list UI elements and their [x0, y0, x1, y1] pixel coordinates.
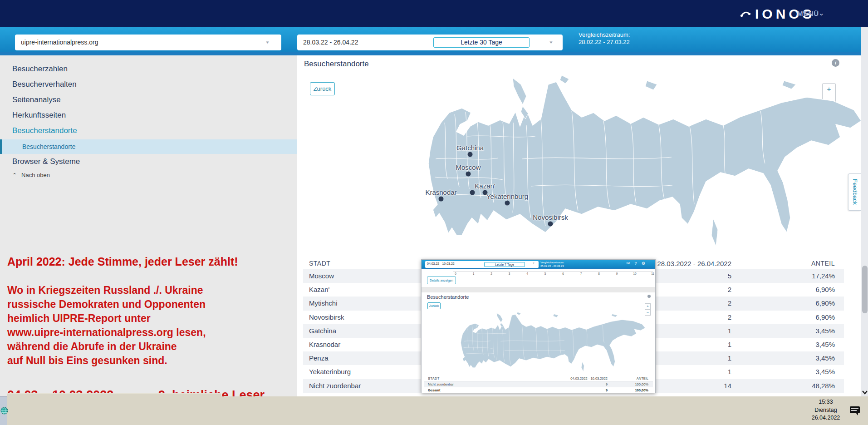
- annotation-line: russische Demokraten und Opponenten: [7, 297, 293, 311]
- back-to-top[interactable]: ⌃Nach oben: [12, 172, 50, 178]
- date-range-panel[interactable]: 28.03.22 - 26.04.22 Letzte 30 Tage ▼: [297, 35, 563, 50]
- axis-tick: 11: [651, 272, 654, 275]
- mini-date-value: 04.03.22 - 10.03.22: [427, 262, 455, 265]
- city-dot: [439, 197, 444, 202]
- axis-tick: 3: [509, 272, 510, 275]
- city-label: Gatchina: [456, 144, 484, 152]
- axis-tick: 8: [598, 272, 600, 275]
- mini-filter-bar: 04.03.22 - 10.03.22 Letzte 7 Tage ▼ Verg…: [422, 260, 655, 269]
- city-dot: [468, 152, 473, 157]
- city-label: Kazan': [475, 182, 495, 190]
- annotation-line: Wo in Kriegszeiten Russland ./. Ukraine: [7, 283, 293, 297]
- page-title: Besucherstandorte: [304, 59, 369, 69]
- sidebar-item-besucherzahlen[interactable]: Besucherzahlen: [0, 61, 297, 77]
- date-preset-box[interactable]: Letzte 30 Tage: [433, 37, 530, 48]
- chevron-up-icon: ⌃: [12, 172, 17, 178]
- mini-divider: [422, 287, 655, 292]
- mini-caret-icon: ▼: [532, 262, 535, 264]
- cell-share: 3,45%: [815, 341, 835, 348]
- date-range-value: 28.03.22 - 26.04.22: [303, 35, 358, 50]
- mini-details-button: Details anzeigen: [427, 277, 456, 284]
- filter-bar: uipre-internationalpress.org ▼ 28.03.22 …: [0, 27, 868, 55]
- city-label: Krasnodar: [425, 188, 456, 196]
- city-dot: [466, 172, 471, 177]
- comparison-label: Vergleichszeitraum:: [579, 31, 630, 39]
- mini-map: [439, 310, 647, 375]
- domain-caret-icon: ▼: [265, 37, 270, 48]
- column-period: 28.03.2022 - 26.04.2022: [657, 260, 731, 267]
- scrollbar-thumb[interactable]: [862, 266, 868, 313]
- cell-share: 6,90%: [815, 299, 835, 307]
- city-label: Moscow: [456, 163, 481, 171]
- cell-city: Gatchina: [309, 327, 336, 335]
- cell-share: 3,45%: [815, 368, 835, 376]
- mini-toolbar-icons: ✉ ? ⚙: [626, 261, 647, 266]
- column-city: STADT: [309, 260, 330, 267]
- cell-value: 2: [728, 313, 731, 321]
- city-label: Novosibirsk: [533, 213, 568, 221]
- menu-chevron-icon: ⌄: [819, 9, 824, 17]
- cell-city: Novosibirsk: [309, 313, 344, 321]
- cell-value: 1: [728, 341, 731, 348]
- axis-tick: 4: [526, 272, 528, 275]
- mini-table: STADT 04.03.2022 - 10.03.2022 ANTEIL Nic…: [424, 375, 653, 393]
- back-button[interactable]: Zurück: [310, 82, 335, 95]
- cell-city: Mytishchi: [309, 299, 338, 307]
- annotation-heading: April 2022: Jede Stimme, jeder Leser zäh…: [7, 255, 293, 268]
- city-label: Yekaterinburg: [486, 193, 528, 200]
- cell-value: 1: [728, 368, 731, 376]
- comparison-period: Vergleichszeitraum: 28.02.22 - 27.03.22: [579, 31, 630, 46]
- notification-icon[interactable]: [849, 406, 860, 415]
- annotation-line: www.uipre-internationalpress.org lesen,: [7, 326, 293, 340]
- cell-share: 6,90%: [815, 286, 835, 293]
- sidebar-item-browser-systeme[interactable]: Browser & Systeme: [0, 154, 297, 169]
- info-icon[interactable]: i: [832, 59, 839, 67]
- mini-table-row: Nicht zuordenbar9100,00%: [424, 381, 653, 387]
- mini-date-panel: 04.03.22 - 10.03.22 Letzte 7 Tage ▼: [425, 261, 539, 268]
- cell-value: 14: [724, 382, 731, 390]
- cell-city: Krasnodar: [309, 341, 340, 348]
- phone-icon: [740, 8, 751, 19]
- sidebar-item-seitenanalyse[interactable]: Seitenanalyse: [0, 92, 297, 108]
- cell-city: Penza: [309, 354, 329, 362]
- axis-tick: 2: [490, 272, 492, 275]
- cell-city: Yekaterinburg: [309, 368, 351, 376]
- mini-zoom-in-button: +: [645, 303, 651, 310]
- feedback-tab[interactable]: Feedback: [848, 173, 861, 211]
- visitor-map[interactable]: GatchinaMoscowKazan'YekaterinburgKrasnod…: [377, 68, 867, 257]
- cell-share: 3,45%: [815, 327, 835, 335]
- city-dot: [505, 201, 510, 206]
- russia-map: [377, 68, 867, 257]
- screen: IONOS MENÜ ⌄ uipre-internationalpress.or…: [0, 0, 868, 425]
- sidebar-item-besucherstandorte[interactable]: Besucherstandorte: [0, 139, 297, 154]
- scroll-down-icon[interactable]: [862, 390, 868, 395]
- cell-value: 1: [728, 354, 731, 362]
- comparison-range: 28.02.22 - 27.03.22: [579, 39, 630, 46]
- mini-info-icon: [647, 295, 651, 298]
- axis-tick: 6: [562, 272, 564, 275]
- mini-screenshot: 04.03.22 - 10.03.22 Letzte 7 Tage ▼ Verg…: [421, 259, 656, 393]
- cell-share: 3,45%: [815, 354, 835, 362]
- axis-tick: 1: [473, 272, 475, 275]
- globe-icon[interactable]: [0, 407, 8, 415]
- cell-value: 1: [728, 327, 731, 335]
- cell-share: 48,28%: [812, 382, 835, 390]
- clock-date: 26.04.2022: [807, 414, 845, 422]
- cell-share: 6,90%: [815, 313, 835, 321]
- clock-time: 15:33: [807, 398, 845, 406]
- sidebar: BesucherzahlenBesucherverhaltenSeitenana…: [0, 55, 297, 396]
- taskbar-clock[interactable]: 15:33 Dienstag 26.04.2022: [807, 398, 845, 422]
- sidebar-item-besucherstandorte[interactable]: Besucherstandorte: [0, 123, 297, 138]
- axis-tick: 0: [455, 272, 456, 275]
- sidebar-item-besucherverhalten[interactable]: Besucherverhalten: [0, 77, 297, 92]
- cell-value: 5: [728, 272, 731, 280]
- sidebar-item-herkunftsseiten[interactable]: Herkunftsseiten: [0, 108, 297, 123]
- scrollbar[interactable]: [861, 27, 868, 396]
- mini-table-row: Gesamt9100,00%: [424, 387, 653, 393]
- annotation-line: heimlich UIPRE-Report unter: [7, 311, 293, 326]
- column-share: ANTEIL: [811, 260, 835, 267]
- date-caret-icon: ▼: [549, 37, 554, 48]
- city-dot: [548, 222, 553, 227]
- menu-button[interactable]: MENÜ: [797, 10, 819, 17]
- domain-select[interactable]: uipre-internationalpress.org ▼: [15, 35, 281, 50]
